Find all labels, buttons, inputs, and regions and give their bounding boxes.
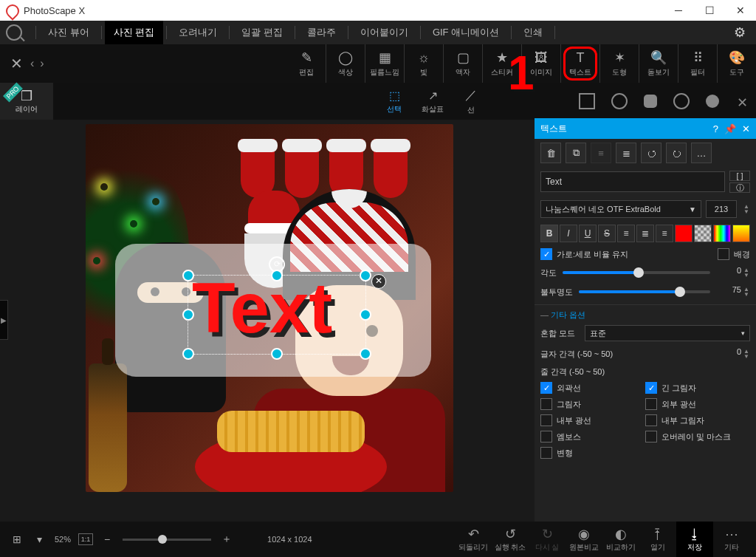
opacity-slider[interactable] [579,290,710,293]
text-input[interactable]: Text [540,171,725,192]
align-right-button[interactable]: ≡ [656,225,673,242]
menu-batch[interactable]: 일괄 편집 [233,21,292,44]
grid-icon[interactable]: ⊞ [9,531,25,547]
window-close-button[interactable]: ✕ [725,0,756,21]
shape-circle-filled[interactable] [706,95,719,108]
zoom-slider[interactable] [123,539,211,541]
subtool-select[interactable]: ⬚선택 [375,83,413,120]
angle-slider[interactable] [563,271,710,274]
overlay-checkbox[interactable] [645,431,657,442]
color-gradient-swatch[interactable] [713,225,731,242]
tool-edit[interactable]: ✎편집 [287,44,326,83]
shape-close-icon[interactable]: ✕ [735,95,749,108]
rotate-ccw-icon[interactable]: ⭯ [641,143,662,163]
align-right-icon[interactable]: ≣ [616,143,636,163]
tool-magnifier[interactable]: 🔍돋보기 [639,44,678,83]
color-orange-swatch[interactable] [732,225,750,242]
zoom-in-icon[interactable]: ＋ [219,531,235,547]
menu-viewer[interactable]: 사진 뷰어 [39,21,98,44]
menu-combine[interactable]: 이어붙이기 [351,21,417,44]
undo-button[interactable]: ↶되돌리기 [455,522,492,557]
tool-text[interactable]: T텍스트 [560,44,599,83]
resize-handle[interactable] [271,348,283,360]
menu-print[interactable]: 인쇄 [515,21,551,44]
menu-cutout[interactable]: 오려내기 [170,21,226,44]
tool-frame[interactable]: ▢액자 [443,44,482,83]
selection-box[interactable]: ⟳ ✕ [188,275,366,355]
duplicate-icon[interactable]: ⧉ [566,143,586,163]
innerglow-checkbox[interactable] [540,414,552,426]
rotate-cw-icon[interactable]: ⭮ [666,143,687,163]
help-icon[interactable]: ? [713,123,718,134]
tool-sticker[interactable]: ★스티커 [482,44,521,83]
close-tools-icon[interactable]: ✕ [10,55,23,72]
font-size-input[interactable]: 213 [706,200,737,218]
brackets-icon[interactable]: [ ] [729,171,750,181]
more-options-label[interactable]: 기타 옵션 [551,310,585,319]
shadow-checkbox[interactable] [540,398,552,410]
undo-history-button[interactable]: ↺실행 취소 [492,522,529,557]
menu-collage[interactable]: 콜라주 [298,21,345,44]
save-button[interactable]: ⭳저장 [676,522,713,557]
minimize-button[interactable]: ─ [663,0,694,21]
info-icon[interactable]: ⓘ [729,182,750,193]
menu-gif[interactable]: GIF 애니메이션 [424,21,508,44]
background-checkbox[interactable] [718,248,729,260]
nav-prev-icon[interactable]: ‹ [30,57,34,70]
panel-close-icon[interactable]: ✕ [742,123,750,134]
maximize-button[interactable]: ☐ [694,0,725,21]
delete-icon[interactable]: 🗑 [540,143,561,163]
compare-button[interactable]: ◐비교하기 [602,522,639,557]
outline-checkbox[interactable]: ✓ [540,382,552,394]
subtool-arrow[interactable]: ↗화살표 [413,83,452,120]
compare-original-button[interactable]: ◉원본비교 [566,522,602,557]
color-transparent-swatch[interactable] [694,225,712,242]
color-red-swatch[interactable] [675,225,693,242]
underline-button[interactable]: U [579,225,597,242]
fit-icon[interactable]: 1:1 [78,533,93,545]
strike-button[interactable]: S [598,225,616,242]
subtool-line[interactable]: ／선 [452,83,490,120]
tool-image[interactable]: 🖼이미지 [521,44,560,83]
italic-button[interactable]: I [560,225,577,242]
tool-color[interactable]: ◯색상 [326,44,365,83]
resize-handle[interactable] [360,309,371,321]
size-down-icon[interactable]: ▼ [743,209,750,214]
settings-icon[interactable]: ⚙ [734,26,747,39]
resize-handle[interactable] [182,309,194,321]
shape-roundrect-filled[interactable] [644,95,657,108]
tool-shape[interactable]: ✶도형 [599,44,639,83]
tool-tools[interactable]: 🎨도구 [717,44,756,83]
search-icon[interactable] [6,24,22,41]
keep-ratio-checkbox[interactable]: ✓ [540,248,552,260]
tool-filter[interactable]: ⠿필터 [678,44,717,83]
longshadow-checkbox[interactable]: ✓ [645,382,657,394]
side-panel-handle[interactable]: ▶ [0,300,8,340]
shape-square-outline[interactable] [579,93,595,109]
align-center-button[interactable]: ≣ [636,225,654,242]
align-left-button[interactable]: ≡ [617,225,635,242]
resize-handle[interactable] [360,348,371,360]
open-button[interactable]: ⭱열기 [639,522,676,557]
resize-handle[interactable] [182,270,194,281]
more-button[interactable]: ⋯기타 [713,522,750,557]
delete-object-icon[interactable]: ✕ [371,274,386,289]
font-select[interactable]: 나눔스퀘어 네오 OTF ExtraBold▼ [540,200,701,218]
deform-checkbox[interactable] [540,447,552,459]
dropdown-icon[interactable]: ▾ [31,531,47,547]
more-options-icon[interactable]: … [691,143,712,163]
resize-handle[interactable] [182,348,194,360]
outerglow-checkbox[interactable] [645,398,657,410]
shape-circle-outline-2[interactable] [673,93,690,109]
zoom-value[interactable]: 52% [55,535,71,544]
canvas[interactable]: Text ⟳ ✕ [86,124,453,492]
emboss-checkbox[interactable] [540,431,552,442]
pin-icon[interactable]: 📌 [724,123,736,134]
blend-select[interactable]: 표준▾ [585,325,750,341]
shape-circle-outline[interactable] [611,93,628,109]
align-left-icon[interactable]: ≡ [591,143,611,163]
bold-button[interactable]: B [540,225,558,242]
redo-button[interactable]: ↻다시 실 [529,522,566,557]
resize-handle[interactable] [360,270,371,281]
nav-next-icon[interactable]: › [40,57,44,70]
